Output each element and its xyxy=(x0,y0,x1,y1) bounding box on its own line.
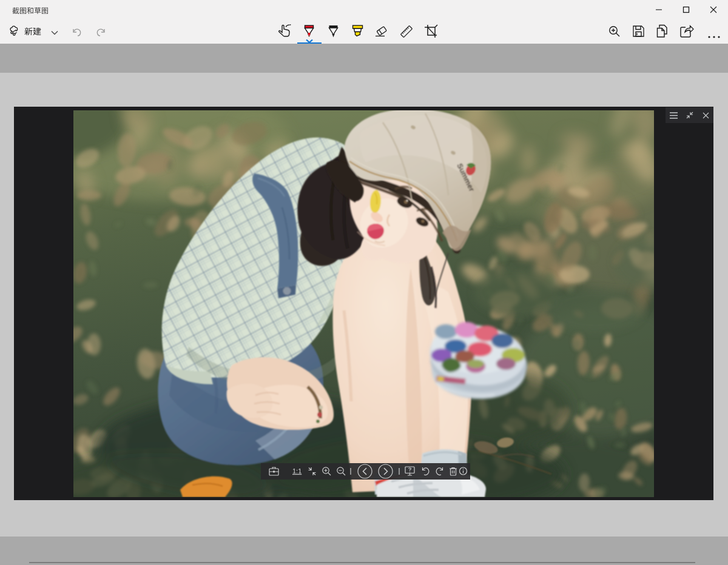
svg-text:1:1: 1:1 xyxy=(292,467,302,475)
